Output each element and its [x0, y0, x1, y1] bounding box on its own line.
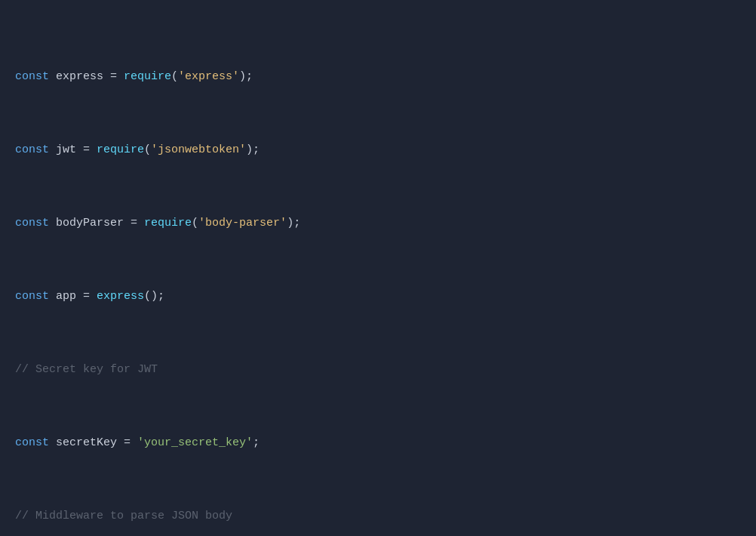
code-line-2: const jwt = require('jsonwebtoken'); — [15, 141, 741, 160]
keyword: const — [15, 68, 49, 86]
code-line-3: const bodyParser = require('body-parser'… — [15, 214, 741, 233]
code-line-4: const app = express(); — [15, 288, 741, 307]
code-line-6: const secretKey = 'your_secret_key'; — [15, 434, 741, 453]
code-line-5: // Secret key for JWT — [15, 361, 741, 380]
code-editor: const express = require('express'); cons… — [0, 8, 756, 536]
code-line-1: const express = require('express'); — [15, 68, 741, 87]
code-line-7: // Middleware to parse JSON body — [15, 507, 741, 526]
